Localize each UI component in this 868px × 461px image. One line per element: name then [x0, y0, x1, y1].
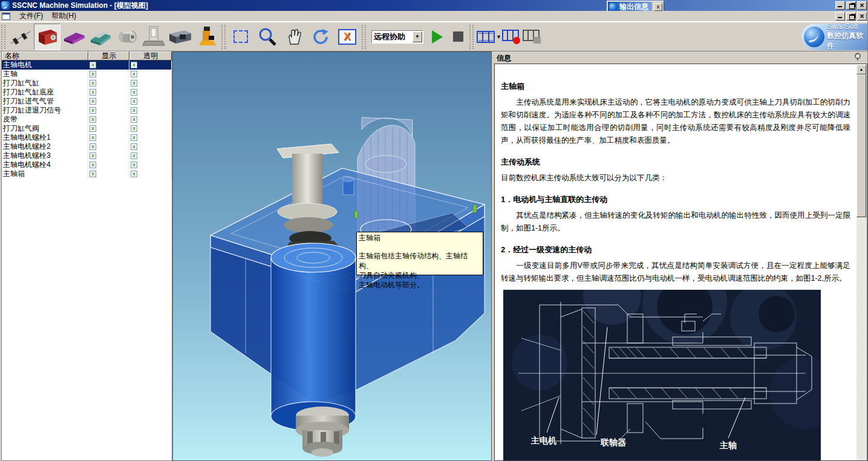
scroll-up-icon[interactable]: ▲ [857, 65, 866, 74]
minimize-button[interactable] [835, 1, 845, 10]
part-row[interactable]: 皮带xx [2, 115, 172, 124]
saddle-button[interactable] [87, 24, 114, 50]
spindle-head-button[interactable] [34, 24, 60, 50]
show-checkbox[interactable]: x [90, 143, 96, 150]
transparent-checkbox[interactable]: x [131, 134, 137, 141]
show-checkbox[interactable]: x [90, 134, 96, 141]
part-row[interactable]: 打刀缸气缸xx [2, 79, 172, 88]
show-checkbox[interactable]: x [90, 107, 96, 114]
drive-figure: 主电机 联轴器 主轴 [503, 290, 821, 461]
part-row[interactable]: 打刀缸气缸底座xx [2, 88, 172, 97]
bed-button[interactable] [60, 24, 87, 50]
show-checkbox[interactable]: x [90, 62, 96, 68]
transparent-checkbox[interactable]: x [131, 152, 137, 159]
child-close-button[interactable] [857, 12, 867, 21]
film-dropdown-icon[interactable]: ▼ [496, 34, 501, 40]
show-cell: x [88, 70, 129, 79]
transparent-checkbox[interactable]: x [131, 89, 137, 96]
column-header-transparent[interactable]: 透明 [129, 51, 172, 60]
column-icon [142, 25, 166, 49]
zoom-button[interactable] [254, 24, 281, 50]
scrollbar-thumb[interactable] [857, 74, 866, 217]
toolbar-grip[interactable] [362, 25, 366, 49]
play-button[interactable] [427, 25, 448, 49]
toolbar-grip[interactable] [1, 25, 5, 49]
rotate-button[interactable] [307, 24, 334, 50]
menu-file[interactable]: 文件(F) [15, 10, 47, 22]
show-checkbox[interactable]: x [90, 80, 96, 87]
output-window-title: 输出信息 [619, 2, 648, 12]
menu-help[interactable]: 帮助(H) [47, 10, 80, 22]
show-checkbox[interactable]: x [90, 162, 96, 168]
toolbar-grip[interactable] [469, 25, 474, 49]
show-checkbox[interactable]: x [90, 152, 96, 159]
part-name: 主轴电机螺栓2 [2, 142, 88, 151]
show-checkbox[interactable]: x [90, 171, 96, 177]
part-row[interactable]: 打刀缸气阀xx [2, 124, 172, 133]
brand-name: SwanSoft [827, 22, 868, 31]
spindle-button[interactable] [114, 24, 140, 50]
child-window-icon[interactable] [2, 13, 10, 20]
part-row[interactable]: 打刀缸进气气管xx [2, 97, 172, 106]
part-row[interactable]: 主轴电机螺栓1xx [2, 133, 172, 142]
chevron-down-icon[interactable]: ▼ [413, 31, 422, 42]
pan-icon [284, 27, 304, 47]
child-minimize-button[interactable] [835, 12, 845, 21]
transparent-checkbox[interactable]: x [131, 107, 137, 114]
part-row[interactable]: 主轴电机螺栓2xx [2, 142, 172, 151]
transparent-checkbox[interactable]: x [131, 62, 137, 68]
show-cell: x [88, 106, 129, 115]
title-bar: SSCNC Machine Simulation - [模型视图] 输出信息 x [0, 0, 868, 11]
pin-icon[interactable] [853, 53, 862, 61]
transparent-checkbox[interactable]: x [131, 116, 137, 123]
model-viewport[interactable]: 主轴箱 主轴箱包括主轴传动结构、主轴结构、 刀具自动夹紧机构、 主轴电动机等部分… [172, 51, 492, 461]
info-sections: 主轴箱 主传动系统是用来实现机床主运动的，它将主电动机的原动力变成可供主轴上刀具… [501, 80, 850, 285]
toolbar-grip[interactable] [221, 25, 226, 49]
show-checkbox[interactable]: x [90, 71, 96, 77]
transparent-checkbox[interactable]: x [131, 143, 137, 150]
part-row[interactable]: 主轴电机螺栓4xx [2, 160, 172, 169]
transparent-checkbox[interactable]: x [131, 171, 137, 177]
select-button[interactable] [227, 24, 254, 50]
parts-table-header: 名称 显示 透明 [2, 51, 172, 60]
close-button[interactable] [857, 1, 867, 10]
ballscrew-button[interactable] [7, 24, 34, 50]
spindle-cylinder-model [271, 243, 356, 431]
film-button[interactable] [475, 25, 496, 49]
part-row[interactable]: 主轴电机螺栓3xx [2, 151, 172, 160]
restore-button[interactable] [846, 1, 856, 10]
figure-label-spindle: 主轴 [720, 439, 737, 452]
transparent-checkbox[interactable]: x [131, 80, 137, 87]
child-restore-button[interactable] [846, 12, 856, 21]
tool-loader-button[interactable] [194, 24, 220, 50]
column-header-show[interactable]: 显示 [88, 51, 129, 60]
stop-button[interactable] [448, 25, 468, 49]
spindle-head-icon [35, 25, 59, 48]
part-row[interactable]: 主轴xx [2, 70, 172, 79]
tooltip-line: 主轴电动机等部分。 [359, 280, 481, 290]
part-row[interactable]: 主轴箱xx [2, 169, 172, 178]
part-name: 主轴电机螺栓3 [2, 151, 88, 160]
show-checkbox[interactable]: x [90, 98, 96, 105]
output-window-close-icon[interactable]: x [654, 3, 662, 11]
fit-view-button[interactable]: X [334, 24, 361, 50]
show-checkbox[interactable]: x [90, 116, 96, 123]
show-checkbox[interactable]: x [90, 89, 96, 96]
transparent-checkbox[interactable]: x [131, 98, 137, 105]
remote-assist-combo[interactable]: 远程协助 ▼ [371, 30, 423, 44]
part-row[interactable]: 打刀缸进退刀信号xx [2, 106, 172, 115]
info-content[interactable]: 主轴箱 主传动系统是用来实现机床主运动的，它将主电动机的原动力变成可供主轴上刀具… [494, 64, 867, 461]
transparent-checkbox[interactable]: x [131, 162, 137, 168]
column-button[interactable] [140, 24, 167, 50]
transparent-checkbox[interactable]: x [131, 71, 137, 77]
part-row[interactable]: 主轴电机xx [2, 60, 172, 70]
record-stop-button[interactable] [522, 25, 543, 49]
bed-icon [62, 25, 86, 48]
transparent-checkbox[interactable]: x [131, 125, 137, 132]
pan-button[interactable] [281, 24, 307, 50]
record-button[interactable] [501, 25, 522, 49]
scrollbar-track[interactable]: ▲ [857, 65, 866, 461]
column-header-name[interactable]: 名称 [2, 51, 88, 60]
machine-button[interactable] [167, 24, 194, 50]
show-checkbox[interactable]: x [90, 125, 96, 132]
